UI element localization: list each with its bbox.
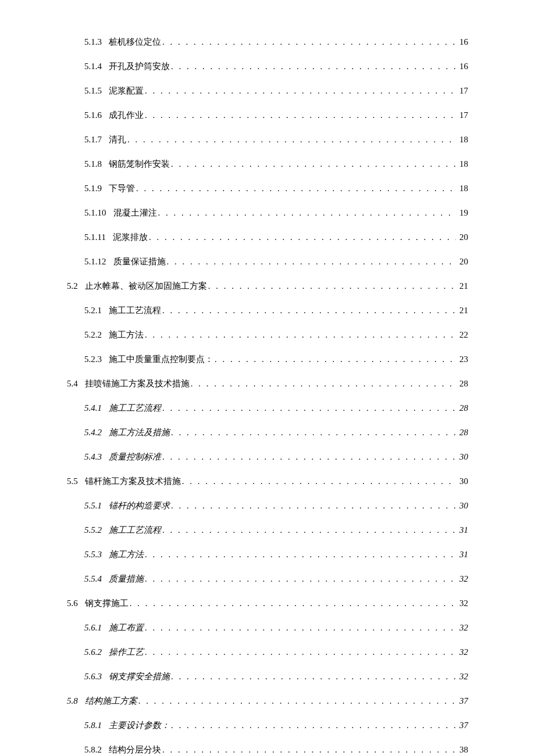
toc-number: 5.1.3 [84, 36, 102, 48]
toc-title: 止水帷幕、被动区加固施工方案 [85, 280, 207, 292]
toc-number: 5.2.1 [84, 304, 102, 317]
toc-number: 5.5.2 [84, 524, 102, 536]
toc-page-number: 18 [459, 158, 468, 170]
toc-page-number: 32 [459, 597, 468, 610]
toc-entry[interactable]: 5.1.8钢筋笼制作安装18 [84, 158, 468, 170]
toc-entry[interactable]: 5.1.12质量保证措施20 [84, 256, 468, 268]
toc-page-number: 37 [459, 719, 468, 732]
toc-page-number: 32 [459, 671, 468, 683]
toc-entry[interactable]: 5.1.7清孔18 [84, 134, 468, 146]
toc-title: 施工中质量重点控制要点： [109, 353, 213, 366]
toc-title: 施工方法 [109, 549, 144, 561]
toc-entry[interactable]: 5.2.2施工方法22 [84, 329, 468, 341]
toc-entry[interactable]: 5.4.2施工方法及措施28 [84, 427, 468, 439]
toc-entry[interactable]: 5.1.5泥浆配置17 [84, 85, 468, 97]
toc-title: 施工工艺流程 [109, 402, 161, 414]
toc-leader-dots [138, 695, 456, 707]
toc-page-number: 17 [459, 85, 468, 97]
toc-number: 5.1.6 [84, 109, 102, 121]
toc-number: 5.8.2 [84, 744, 102, 756]
toc-title: 施工方法及措施 [109, 427, 170, 439]
toc-leader-dots [162, 402, 456, 414]
toc-number: 5.6 [67, 597, 78, 610]
toc-page-number: 21 [459, 304, 468, 317]
toc-leader-dots [127, 134, 456, 146]
toc-number: 5.1.8 [84, 158, 102, 170]
toc-leader-dots [191, 378, 456, 390]
toc-title: 操作工艺 [109, 646, 144, 658]
toc-title: 下导管 [109, 182, 135, 195]
toc-page-number: 32 [459, 622, 468, 634]
toc-entry[interactable]: 5.1.9下导管18 [84, 182, 468, 195]
toc-entry[interactable]: 5.5.1锚杆的构造要求30 [84, 500, 468, 512]
toc-entry[interactable]: 5.1.10混凝土灌注19 [84, 207, 468, 219]
toc-page-number: 30 [459, 500, 468, 512]
toc-page-number: 22 [459, 329, 468, 341]
toc-page-number: 30 [459, 475, 468, 488]
toc-entry[interactable]: 5.8结构施工方案37 [67, 695, 468, 707]
toc-entry[interactable]: 5.1.11泥浆排放20 [84, 231, 468, 243]
toc-leader-dots [149, 231, 456, 243]
toc-entry[interactable]: 5.1.6成孔作业17 [84, 109, 468, 121]
toc-page-number: 28 [459, 427, 468, 439]
toc-leader-dots [158, 207, 456, 219]
toc-title: 钢支撑施工 [85, 597, 129, 610]
toc-leader-dots [162, 304, 456, 317]
toc-leader-dots [145, 573, 456, 585]
toc-number: 5.8.1 [84, 719, 102, 732]
toc-page-number: 19 [459, 207, 468, 219]
toc-entry[interactable]: 5.4.1施工工艺流程28 [84, 402, 468, 414]
toc-number: 5.6.1 [84, 622, 102, 634]
toc-number: 5.2 [67, 280, 78, 292]
toc-entry[interactable]: 5.2.3施工中质量重点控制要点：23 [84, 353, 468, 366]
toc-number: 5.5.1 [84, 500, 102, 512]
toc-entry[interactable]: 5.6.2操作工艺32 [84, 646, 468, 658]
toc-page-number: 31 [459, 549, 468, 561]
toc-page-number: 21 [459, 280, 468, 292]
toc-entry[interactable]: 5.5锚杆施工方案及技术措施30 [67, 475, 468, 488]
toc-title: 钢支撑安全措施 [109, 671, 170, 683]
toc-leader-dots [162, 524, 456, 536]
toc-number: 5.1.5 [84, 85, 102, 97]
toc-leader-dots [136, 182, 456, 195]
toc-leader-dots [162, 36, 456, 48]
toc-page-number: 32 [459, 573, 468, 585]
toc-leader-dots [162, 744, 456, 756]
toc-leader-dots [145, 329, 456, 341]
toc-entry[interactable]: 5.5.3施工方法31 [84, 549, 468, 561]
toc-title: 挂喷锚施工方案及技术措施 [85, 378, 190, 390]
toc-entry[interactable]: 5.2.1施工工艺流程21 [84, 304, 468, 317]
toc-title: 泥浆排放 [113, 231, 148, 243]
toc-page: 5.1.3桩机移位定位165.1.4开孔及护筒安放165.1.5泥浆配置175.… [0, 0, 535, 756]
toc-entry[interactable]: 5.5.4质量措施32 [84, 573, 468, 585]
toc-page-number: 20 [459, 256, 468, 268]
toc-page-number: 16 [459, 36, 468, 48]
toc-entry[interactable]: 5.6钢支撑施工32 [67, 597, 468, 610]
toc-leader-dots [145, 85, 456, 97]
toc-leader-dots [208, 280, 456, 292]
toc-leader-dots [130, 597, 456, 610]
toc-leader-dots [171, 500, 456, 512]
toc-page-number: 16 [459, 60, 468, 73]
toc-page-number: 37 [459, 695, 468, 707]
toc-leader-dots [171, 427, 456, 439]
toc-entry[interactable]: 5.4.3质量控制标准30 [84, 451, 468, 463]
toc-entry[interactable]: 5.8.2结构分层分块38 [84, 744, 468, 756]
toc-number: 5.6.2 [84, 646, 102, 658]
toc-entry[interactable]: 5.2止水帷幕、被动区加固施工方案21 [67, 280, 468, 292]
toc-title: 质量保证措施 [113, 256, 166, 268]
toc-leader-dots [171, 719, 456, 732]
toc-title: 结构分层分块 [109, 744, 161, 756]
toc-entry[interactable]: 5.6.3钢支撑安全措施32 [84, 671, 468, 683]
toc-entry[interactable]: 5.1.3桩机移位定位16 [84, 36, 468, 48]
toc-entry[interactable]: 5.4挂喷锚施工方案及技术措施28 [67, 378, 468, 390]
toc-number: 5.5.3 [84, 549, 102, 561]
toc-number: 5.2.2 [84, 329, 102, 341]
toc-title: 施工工艺流程 [109, 524, 161, 536]
toc-title: 锚杆施工方案及技术措施 [85, 475, 181, 488]
toc-entry[interactable]: 5.6.1施工布置32 [84, 622, 468, 634]
toc-title: 结构施工方案 [85, 695, 137, 707]
toc-entry[interactable]: 5.1.4开孔及护筒安放16 [84, 60, 468, 73]
toc-entry[interactable]: 5.5.2施工工艺流程31 [84, 524, 468, 536]
toc-entry[interactable]: 5.8.1主要设计参数：37 [84, 719, 468, 732]
